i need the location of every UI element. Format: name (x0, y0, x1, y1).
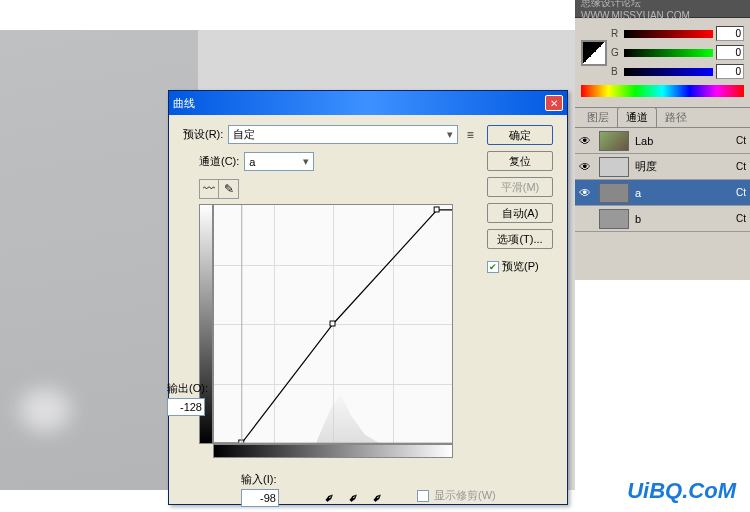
preview-checkbox[interactable]: ✔ (487, 261, 499, 273)
close-icon[interactable]: ✕ (545, 95, 563, 111)
svg-rect-2 (434, 207, 439, 212)
g-value[interactable] (716, 45, 744, 60)
visibility-icon[interactable]: 👁 (579, 186, 593, 200)
channel-select[interactable]: a (244, 152, 314, 171)
output-label: 输出(O): (167, 381, 208, 396)
tab-paths[interactable]: 路径 (657, 108, 695, 127)
panel-watermark: 思缘设计论坛 WWW.MISSYUAN.COM (575, 0, 750, 18)
curve-tool-icon[interactable]: 〰 (200, 180, 219, 198)
r-slider[interactable] (624, 30, 713, 38)
auto-button[interactable]: 自动(A) (487, 203, 553, 223)
visibility-icon[interactable]: 👁 (579, 160, 593, 174)
hue-strip[interactable] (581, 85, 744, 97)
visibility-icon[interactable]: 👁 (579, 134, 593, 148)
show-clip-label: 显示修剪(W) (434, 488, 496, 503)
preset-menu-icon[interactable]: ≡ (463, 128, 477, 142)
preview-label: 预览(P) (502, 259, 539, 274)
channel-row-lab[interactable]: 👁LabCt (575, 128, 750, 154)
options-button[interactable]: 选项(T)... (487, 229, 553, 249)
curve-tools: 〰 ✎ (199, 179, 239, 199)
input-gradient (213, 444, 453, 458)
foreground-background-swatch[interactable] (581, 40, 607, 66)
channel-row-lightness[interactable]: 👁明度Ct (575, 154, 750, 180)
input-label: 输入(I): (241, 472, 276, 487)
dialog-title: 曲线 (173, 96, 195, 111)
smooth-button: 平滑(M) (487, 177, 553, 197)
b-value[interactable] (716, 64, 744, 79)
preset-label: 预设(R): (183, 127, 223, 142)
r-value[interactable] (716, 26, 744, 41)
channel-row-a[interactable]: 👁aCt (575, 180, 750, 206)
show-clip-checkbox[interactable] (417, 490, 429, 502)
svg-rect-1 (330, 321, 335, 326)
side-panels: 思缘设计论坛 WWW.MISSYUAN.COM R G B 图层 通道 路径 👁… (575, 0, 750, 280)
curve-grid[interactable] (213, 204, 453, 444)
g-slider[interactable] (624, 49, 713, 57)
channel-list: 👁LabCt 👁明度Ct 👁aCt bCt (575, 128, 750, 232)
channel-label: 通道(C): (199, 154, 239, 169)
channel-row-b[interactable]: bCt (575, 206, 750, 232)
tab-layers[interactable]: 图层 (579, 108, 617, 127)
watermark: UiBQ.CoM (627, 478, 736, 504)
curves-dialog: 曲线 ✕ 预设(R): 自定 ≡ 通道(C): a 〰 ✎ (168, 90, 568, 505)
input-value[interactable] (241, 489, 279, 507)
b-slider[interactable] (624, 68, 713, 76)
color-panel: R G B (575, 18, 750, 108)
pencil-tool-icon[interactable]: ✎ (219, 180, 238, 198)
reset-button[interactable]: 复位 (487, 151, 553, 171)
titlebar[interactable]: 曲线 ✕ (169, 91, 567, 115)
output-value[interactable] (167, 398, 205, 416)
eyedropper-white-icon[interactable]: ✒ (363, 484, 391, 512)
ok-button[interactable]: 确定 (487, 125, 553, 145)
tab-channels[interactable]: 通道 (617, 107, 657, 127)
curve-line[interactable] (214, 205, 452, 443)
preset-select[interactable]: 自定 (228, 125, 458, 144)
